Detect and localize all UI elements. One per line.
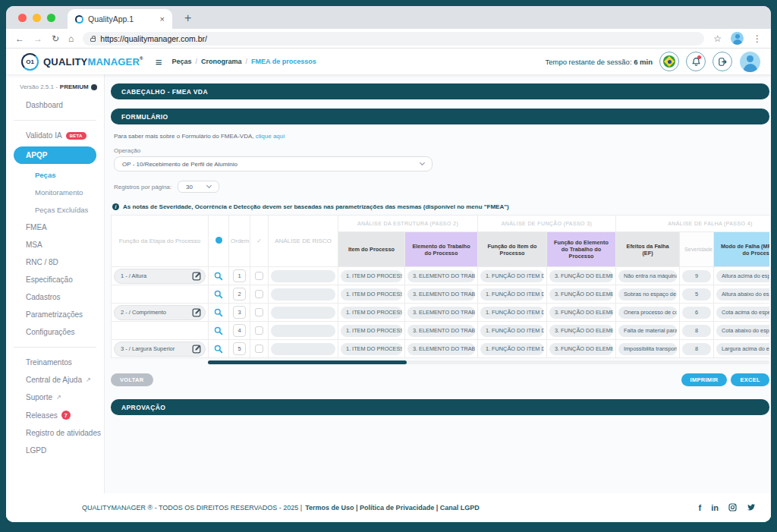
funcao-elemento-field[interactable]: 3. FUNÇÃO DO ELEMENTO (549, 325, 613, 337)
sidebar-item-suporte[interactable]: Suporte↗ (6, 389, 104, 406)
row-checkbox[interactable] (255, 326, 263, 335)
item-processo-field[interactable]: 1. ITEM DO PROCESSO (341, 343, 402, 355)
edit-icon[interactable] (192, 271, 202, 281)
clique-aqui-link[interactable]: clique aqui (256, 133, 285, 140)
imprimir-button[interactable]: IMPRIMIR (681, 373, 728, 386)
modo-falha-field[interactable]: Cota acima do especifica (716, 307, 769, 319)
sidebar-item-registro-de-atividades[interactable]: Registro de atividades (6, 424, 104, 442)
linkedin-icon[interactable]: in (711, 504, 719, 512)
menu-hamburger-icon[interactable]: ≡ (156, 56, 162, 68)
sidebar-item-monitoramento[interactable]: Monitoramento (6, 184, 104, 201)
sidebar-item-lgpd[interactable]: LGPD (6, 442, 104, 459)
sidebar-item-dashboard[interactable]: Dashboard (6, 96, 104, 114)
sidebar-item-apqp[interactable]: APQP (14, 146, 96, 164)
elemento-trabalho-field[interactable]: 3. ELEMENTO DO TRABAL (407, 325, 475, 337)
voltar-button[interactable]: VOLTAR (111, 373, 153, 386)
operacao-select[interactable]: OP - 10/Recebimento de Perfil de Alumini… (114, 156, 433, 172)
ordem-input[interactable]: 1 (233, 269, 246, 282)
item-processo-field[interactable]: 1. ITEM DO PROCESSO (341, 307, 402, 319)
analise-risco-input[interactable] (271, 288, 335, 301)
footer-link-canal-lgpd[interactable]: Canal LGPD (440, 504, 480, 512)
analise-risco-input[interactable] (271, 270, 335, 282)
browser-tab[interactable]: QualityApp.1 × (68, 9, 172, 29)
severidade-field[interactable]: 5 (682, 288, 711, 301)
item-processo-field[interactable]: 1. ITEM DO PROCESSO (341, 325, 402, 337)
sidebar-item-pe-as-exclu-das[interactable]: Peças Excluídas (6, 201, 104, 219)
search-icon[interactable] (214, 308, 223, 317)
funcao-etapa-field[interactable]: 3 - / Largura Superior (114, 342, 206, 357)
analise-risco-input[interactable] (271, 325, 335, 337)
search-icon[interactable] (214, 326, 223, 335)
twitter-icon[interactable] (747, 503, 756, 513)
funcao-item-field[interactable]: 1. FUNÇÃO DO ITEM DO PI (480, 270, 544, 282)
footer-link-pol-tica-de-privacidade[interactable]: Política de Privacidade (360, 504, 434, 512)
modo-falha-field[interactable]: Altura abaixo do especif (716, 288, 769, 301)
funcao-item-field[interactable]: 1. FUNÇÃO DO ITEM DO PI (480, 343, 544, 355)
funcao-elemento-field[interactable]: 3. FUNÇÃO DO ELEMENTO (549, 288, 613, 301)
ordem-input[interactable]: 3 (233, 306, 246, 319)
analise-risco-input[interactable] (271, 307, 335, 319)
modo-falha-field[interactable]: Largura acima do especit (716, 343, 769, 355)
funcao-item-field[interactable]: 1. FUNÇÃO DO ITEM DO PI (480, 288, 544, 301)
instagram-icon[interactable] (728, 503, 737, 513)
elemento-trabalho-field[interactable]: 3. ELEMENTO DO TRABAL (407, 270, 475, 282)
registros-select[interactable]: 30 (178, 181, 219, 193)
reload-icon[interactable]: ↻ (52, 34, 59, 43)
row-checkbox[interactable] (255, 345, 263, 353)
modo-falha-field[interactable]: Altura acima do especific (716, 270, 769, 282)
new-tab-button[interactable]: + (184, 11, 191, 25)
ordem-input[interactable]: 5 (233, 342, 246, 355)
close-window-button[interactable] (18, 14, 27, 22)
funcao-elemento-field[interactable]: 3. FUNÇÃO DO ELEMENTO (549, 270, 613, 282)
language-flag-icon[interactable] (659, 52, 679, 71)
row-checkbox[interactable] (255, 308, 263, 316)
logout-icon[interactable] (713, 52, 732, 71)
maximize-window-button[interactable] (47, 14, 55, 22)
breadcrumb-item-fmea-de-processos[interactable]: FMEA de processos (251, 58, 316, 65)
search-icon[interactable] (214, 272, 223, 281)
ordem-input[interactable]: 4 (233, 324, 246, 337)
sidebar-item-parametriza-es[interactable]: Parametrizações (6, 306, 104, 323)
section-header-cabecalho[interactable]: CABEÇALHO - FMEA VDA (111, 83, 769, 99)
edit-icon[interactable] (192, 344, 202, 354)
sidebar-item-validato-ia[interactable]: Validato IABETA (6, 127, 104, 144)
funcao-item-field[interactable]: 1. FUNÇÃO DO ITEM DO PI (480, 325, 544, 337)
funcao-elemento-field[interactable]: 3. FUNÇÃO DO ELEMENTO (549, 343, 613, 355)
elemento-trabalho-field[interactable]: 3. ELEMENTO DO TRABAL (407, 343, 475, 355)
funcao-etapa-field[interactable]: 1 - / Altura (114, 269, 206, 284)
user-avatar[interactable] (740, 52, 760, 72)
sidebar-item-pe-as[interactable]: Peças (6, 166, 104, 184)
sidebar-item-treinamentos[interactable]: Treinamentos (6, 354, 104, 371)
facebook-icon[interactable]: f (699, 504, 702, 512)
funcao-elemento-field[interactable]: 3. FUNÇÃO DO ELEMENTO (549, 307, 613, 319)
severidade-field[interactable]: 8 (682, 325, 711, 337)
funcao-item-field[interactable]: 1. FUNÇÃO DO ITEM DO PI (480, 307, 544, 319)
home-icon[interactable]: ⌂ (68, 34, 74, 43)
search-icon[interactable] (214, 290, 223, 299)
browser-profile-avatar[interactable] (731, 32, 744, 45)
breadcrumb-item-pe-as[interactable]: Peças (171, 58, 191, 65)
scrollbar-thumb[interactable] (208, 360, 407, 364)
analise-risco-input[interactable] (271, 343, 335, 355)
sidebar-item-rnc-8d[interactable]: RNC / 8D (6, 253, 104, 271)
sidebar-item-cadastros[interactable]: Cadastros (6, 288, 104, 306)
app-logo-icon[interactable]: O1 (21, 53, 39, 71)
sidebar-item-central-de-ajuda[interactable]: Central de Ajuda↗ (6, 371, 104, 389)
severidade-field[interactable]: 9 (682, 270, 711, 282)
efeitos-falha-field[interactable]: Falta de material para cort (618, 325, 677, 337)
efeitos-falha-field[interactable]: Impossibilita transporta (618, 343, 677, 355)
tab-close-icon[interactable]: × (160, 14, 165, 24)
notifications-bell-icon[interactable] (686, 52, 706, 71)
elemento-trabalho-field[interactable]: 3. ELEMENTO DO TRABAL (407, 307, 475, 319)
excel-button[interactable]: EXCEL (731, 373, 769, 386)
edit-icon[interactable] (192, 307, 202, 317)
row-checkbox[interactable] (255, 272, 263, 280)
elemento-trabalho-field[interactable]: 3. ELEMENTO DO TRABAL (407, 288, 475, 301)
bookmark-star-icon[interactable]: ☆ (713, 33, 722, 44)
breadcrumb-item-cronograma[interactable]: Cronograma (201, 58, 242, 65)
row-checkbox[interactable] (255, 290, 263, 298)
footer-link-termos-de-uso[interactable]: Termos de Uso (305, 504, 354, 512)
ordem-input[interactable]: 2 (233, 288, 246, 301)
item-processo-field[interactable]: 1. ITEM DO PROCESSO (341, 270, 402, 282)
forward-icon[interactable]: → (33, 34, 42, 43)
